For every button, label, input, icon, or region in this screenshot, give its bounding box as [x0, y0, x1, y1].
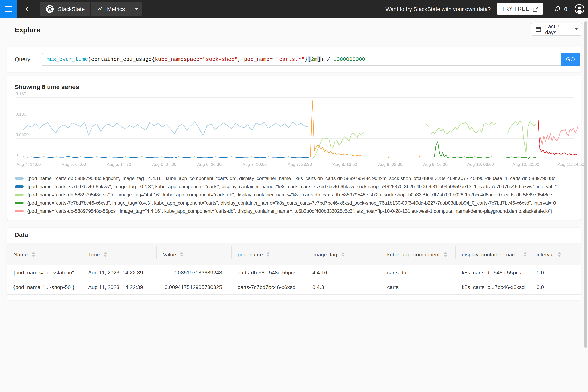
query-token: ]: [317, 56, 320, 62]
tab-metrics[interactable]: Metrics: [90, 2, 131, 16]
user-avatar-button[interactable]: [574, 4, 585, 14]
query-token: kube_namespace: [155, 56, 200, 62]
series-line: [431, 122, 496, 135]
query-token: }: [304, 56, 308, 62]
x-axis-tick: Aug 10, 06:00: [462, 162, 499, 166]
query-token: =: [200, 56, 203, 62]
tab-stackstate[interactable]: StackState: [40, 2, 90, 16]
chevron-down-icon: [135, 8, 138, 10]
legend-swatch: [15, 210, 24, 212]
legend-label: {pod_name="carts-7c7bd7bc46-6hkvw", imag…: [27, 184, 578, 189]
column-header-kube-app-component[interactable]: kube_app_component: [380, 243, 455, 266]
app-root: StackState Metrics Want to try StackStat…: [0, 0, 588, 392]
hamburger-menu-button[interactable]: [0, 0, 17, 18]
column-header-interval[interactable]: interval: [530, 243, 581, 266]
tab-dropdown-button[interactable]: [131, 2, 142, 16]
legend-item[interactable]: {pod_name="carts-7c7bd7bc46-x6xsd", imag…: [15, 200, 578, 206]
legend-label: {pod_name="carts-db-588979548c-55pcs", i…: [27, 208, 578, 214]
column-header-time[interactable]: Time: [82, 243, 156, 266]
series-point: [419, 156, 420, 158]
promo-text: Want to try StackState with your own dat…: [386, 6, 490, 12]
column-header-label: kube_app_component: [387, 251, 440, 258]
query-token: {: [152, 56, 155, 62]
sort-icon: [558, 252, 561, 257]
query-token: 1000000000: [334, 56, 365, 62]
table-header-row: NameTimeValuepod_nameimage_tagkube_app_c…: [7, 243, 581, 266]
sort-icon: [104, 252, 107, 257]
table-body: {pod_name="c...kstate.io"}Aug 11, 2023, …: [7, 266, 581, 295]
chevron-down-icon: [574, 28, 578, 30]
table-cell: {pod_name="c...kstate.io"}: [7, 266, 82, 280]
external-link-icon: [533, 6, 538, 12]
legend-item[interactable]: {pod_name="carts-db-588979548c-st72n", i…: [15, 192, 578, 197]
x-axis-tick: Aug 9, 16:00: [417, 162, 454, 166]
arrow-left-icon: [24, 5, 33, 13]
back-button[interactable]: [22, 2, 36, 16]
chart-legend: {pod_name="carts-db-588979548c-9qnxm", i…: [15, 176, 578, 216]
sort-icon: [180, 252, 184, 257]
x-axis-tick: Aug 4, 14:00: [10, 162, 47, 166]
x-axis-tick: Aug 7, 23:30: [281, 162, 318, 166]
query-token: ): [320, 56, 324, 62]
column-header-image-tag[interactable]: image_tag: [306, 243, 380, 266]
table-cell: 0.085197183689248: [156, 266, 231, 280]
query-token: pod_name: [244, 56, 270, 62]
query-token: container_cpu_usage: [91, 56, 152, 62]
series-line: [506, 157, 536, 158]
table-row[interactable]: {pod_name="...-shop-50"}Aug 11, 2023, 14…: [7, 280, 581, 295]
column-header-label: Name: [14, 251, 28, 258]
table-cell: carts: [380, 280, 455, 294]
table-cell: carts-db-58...548c-55pcs: [231, 266, 306, 280]
series-line: [508, 121, 536, 154]
legend-item[interactable]: {pod_name="carts-db-588979548c-55pcs", i…: [15, 208, 578, 214]
time-range-selector[interactable]: Last 7 days: [531, 23, 582, 36]
query-token: /: [324, 56, 334, 62]
table-row[interactable]: {pod_name="c...kstate.io"}Aug 11, 2023, …: [7, 266, 581, 280]
column-header-display-container-name[interactable]: display_container_name: [455, 243, 530, 266]
legend-item[interactable]: {pod_name="carts-7c7bd7bc46-6hkvw", imag…: [15, 184, 578, 189]
series-line: [448, 157, 494, 158]
sort-icon: [32, 252, 35, 257]
column-header-label: interval: [536, 251, 554, 258]
table-cell: 0.0: [530, 266, 581, 280]
table-cell: {pod_name="...-shop-50"}: [7, 280, 82, 294]
legend-item[interactable]: {pod_name="carts-db-588979548c-9qnxm", i…: [15, 176, 578, 181]
series-line: [539, 125, 578, 146]
try-free-button[interactable]: TRY FREE: [496, 3, 544, 15]
query-label: Query: [15, 56, 30, 62]
series-line: [23, 122, 309, 136]
pinned-items-button[interactable]: 0: [554, 5, 567, 13]
tab-metrics-label: Metrics: [107, 6, 125, 12]
pin-icon: [554, 5, 561, 13]
column-header-label: display_container_name: [462, 251, 520, 258]
go-button[interactable]: GO: [561, 53, 580, 66]
data-card: Data NameTimeValuepod_nameimage_tagkube_…: [7, 228, 581, 300]
top-bar: StackState Metrics Want to try StackStat…: [0, 0, 588, 18]
sort-icon: [267, 252, 270, 257]
chart-card: Showing 8 time series 0.1500.1000.05000A…: [7, 76, 581, 220]
query-token: "carts.*": [276, 56, 304, 62]
table-cell: 0.009417512905730325: [156, 280, 231, 294]
series-line: [312, 132, 364, 158]
table-cell: 4.4.16: [306, 266, 380, 280]
column-header-label: pod_name: [238, 251, 263, 258]
x-axis-tick: Aug 10, 20:00: [507, 162, 544, 166]
x-axis-tick: Aug 7, 10:00: [236, 162, 273, 166]
page-scrollbar[interactable]: [584, 20, 587, 389]
query-card: Query max_over_time(container_cpu_usage{…: [7, 47, 581, 72]
column-header-pod-name[interactable]: pod_name: [231, 243, 306, 266]
pin-count: 0: [564, 6, 567, 12]
avatar-icon: [574, 4, 585, 14]
query-input[interactable]: max_over_time(container_cpu_usage{kube_n…: [42, 53, 561, 66]
query-token: (: [88, 56, 91, 62]
top-tabs: StackState Metrics: [40, 2, 142, 16]
legend-swatch: [15, 193, 24, 196]
query-token: 2m: [311, 56, 317, 62]
query-token: =~: [270, 56, 276, 62]
query-token: ,: [238, 56, 244, 62]
column-header-name[interactable]: Name: [7, 243, 82, 266]
scrollbar-thumb[interactable]: [584, 21, 587, 348]
sort-icon: [524, 252, 527, 257]
column-header-value[interactable]: Value: [156, 243, 231, 266]
query-token: [: [308, 56, 311, 62]
